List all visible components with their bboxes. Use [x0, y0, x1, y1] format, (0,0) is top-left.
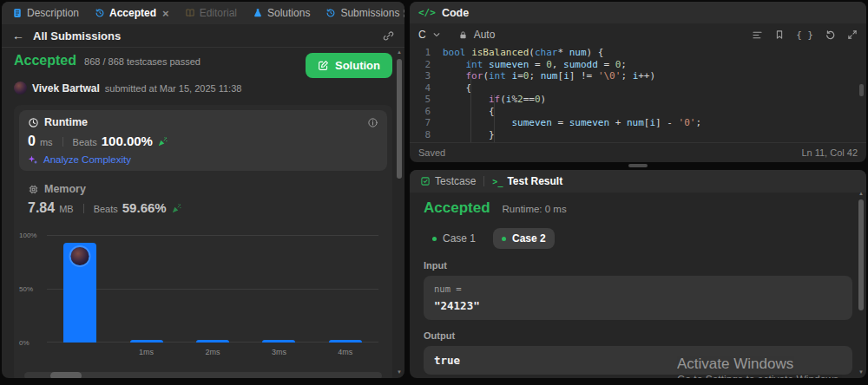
runtime-bar-3ms[interactable]	[262, 340, 295, 343]
analyze-complexity-label: Analyze Complexity	[43, 154, 131, 165]
case-label: Case 1	[443, 232, 476, 245]
problem-tabbar: Description Accepted × Editorial Solutio…	[2, 2, 404, 24]
info-icon[interactable]	[367, 117, 378, 128]
celebration-icon	[157, 136, 168, 147]
output-box[interactable]: true	[424, 346, 852, 375]
history-icon	[95, 8, 105, 18]
left-panel-scrollbar[interactable]: ▲ ▼	[396, 49, 403, 375]
code-editor[interactable]: 1bool isBalanced(char* num) {2 int sumev…	[410, 46, 866, 142]
test-panel-scrollbar[interactable]: ▲ ▼	[858, 191, 865, 375]
share-link-icon[interactable]	[383, 30, 394, 42]
reset-code-icon[interactable]	[825, 29, 836, 41]
panel-resize-handle[interactable]	[628, 164, 648, 167]
case-status-dot	[502, 237, 506, 241]
x-tick-label: 4ms	[312, 348, 378, 356]
tab-testcase[interactable]: Testcase	[417, 175, 479, 187]
code-line: 7 sumeven = sumeven + num[i] - '0';	[410, 117, 866, 129]
tab-test-result[interactable]: >_ Test Result	[489, 175, 566, 187]
code-line: 8 }	[410, 129, 866, 141]
editor-scrollbar-thumb[interactable]	[859, 84, 864, 96]
chart-horizontal-scrollbar[interactable]	[24, 372, 382, 378]
scrollbar-thumb[interactable]	[397, 59, 402, 179]
line-number: 5	[410, 94, 431, 106]
runtime-title: Runtime	[44, 116, 88, 128]
code-line: 5 if(i%2==0)	[410, 94, 866, 106]
solution-button[interactable]: Solution	[306, 53, 392, 78]
scroll-up-arrow[interactable]: ▲	[858, 191, 865, 196]
scrollbar-thumb[interactable]	[858, 199, 864, 310]
user-name[interactable]: Vivek Bartwal	[32, 82, 100, 95]
runtime-metric-card[interactable]: Runtime 0 ms Beats 100.00% Analyze Compl…	[19, 110, 387, 171]
description-icon	[12, 8, 23, 18]
x-axis-labels: 1ms2ms3ms4ms	[47, 348, 378, 356]
runtime-bar-1ms[interactable]	[130, 340, 163, 343]
analyze-complexity-link[interactable]: Analyze Complexity	[28, 154, 378, 165]
tab-solutions[interactable]: Solutions	[249, 7, 313, 19]
divider	[83, 204, 84, 213]
beats-label: Beats	[73, 137, 97, 147]
tab-separator	[483, 176, 484, 186]
input-box[interactable]: num = "24123"	[424, 276, 852, 320]
code-panel-header: </> Code	[410, 2, 866, 23]
history-icon	[326, 8, 336, 18]
edit-icon	[318, 60, 329, 71]
runtime-bar-0ms[interactable]	[63, 243, 96, 343]
x-tick-label	[47, 348, 113, 356]
celebration-icon	[171, 203, 182, 214]
scroll-down-arrow[interactable]: ▼	[396, 369, 403, 375]
fullscreen-icon[interactable]	[403, 8, 404, 19]
check-square-icon	[420, 176, 431, 186]
memory-unit: MB	[59, 204, 74, 214]
tab-accepted[interactable]: Accepted ×	[91, 7, 173, 20]
line-number: 2	[410, 59, 431, 71]
tab-editorial[interactable]: Editorial	[181, 7, 240, 19]
close-icon[interactable]: ×	[162, 7, 169, 20]
runtime-bar-4ms[interactable]	[329, 340, 362, 343]
editor-status-bar: Saved Ln 11, Col 42	[410, 142, 866, 161]
runtime-distribution-chart: 100% 50% 0% 1ms2ms3ms4ms	[19, 232, 387, 360]
memory-chip-icon	[28, 184, 39, 195]
cursor-position: Ln 11, Col 42	[801, 147, 858, 158]
case-1-pill[interactable]: Case 1	[424, 228, 484, 249]
submission-status: Accepted	[14, 53, 76, 69]
divider	[62, 137, 63, 147]
input-label: Input	[424, 260, 852, 271]
tab-submissions[interactable]: Submissions	[322, 7, 403, 19]
solution-button-label: Solution	[335, 59, 380, 72]
language-selector[interactable]: C	[418, 29, 426, 41]
y-tick-50: 50%	[19, 285, 42, 293]
back-arrow-icon[interactable]: ←	[12, 29, 24, 42]
clock-icon	[28, 117, 39, 128]
format-code-icon[interactable]	[752, 29, 763, 41]
code-line: 6 {	[410, 106, 866, 118]
input-var-name: num =	[434, 284, 842, 294]
code-icon: </>	[418, 7, 436, 18]
auto-mode-label[interactable]: Auto	[474, 29, 496, 41]
stats-card: Runtime 0 ms Beats 100.00% Analyze Compl…	[14, 105, 392, 378]
tab-label: Description	[27, 7, 79, 19]
lock-icon	[458, 30, 468, 40]
chevron-down-icon[interactable]	[432, 30, 441, 39]
scroll-up-arrow[interactable]: ▲	[396, 49, 403, 55]
runtime-value: 0	[28, 134, 36, 149]
line-number: 6	[410, 106, 431, 118]
tab-label: Submissions	[340, 7, 399, 19]
braces-icon[interactable]: { }	[796, 29, 813, 41]
runtime-bar-2ms[interactable]	[196, 340, 229, 343]
bookmark-icon[interactable]	[774, 29, 785, 40]
tab-label: Accepted	[109, 7, 156, 19]
case-2-pill[interactable]: Case 2	[493, 228, 555, 249]
memory-metric-section[interactable]: Memory 7.84 MB Beats 59.66%	[19, 176, 387, 216]
scrollbar-thumb[interactable]	[50, 372, 82, 378]
test-runtime: Runtime: 0 ms	[503, 204, 567, 214]
y-tick-100: 100%	[19, 232, 42, 239]
expand-editor-icon[interactable]	[847, 29, 858, 40]
user-avatar[interactable]	[14, 82, 27, 95]
tab-label: Testcase	[435, 175, 476, 187]
x-tick-label: 1ms	[113, 348, 179, 356]
output-label: Output	[424, 330, 852, 341]
test-status: Accepted	[424, 199, 490, 217]
tab-description[interactable]: Description	[9, 7, 82, 19]
bars	[47, 235, 378, 343]
scroll-down-arrow[interactable]: ▼	[858, 369, 865, 375]
